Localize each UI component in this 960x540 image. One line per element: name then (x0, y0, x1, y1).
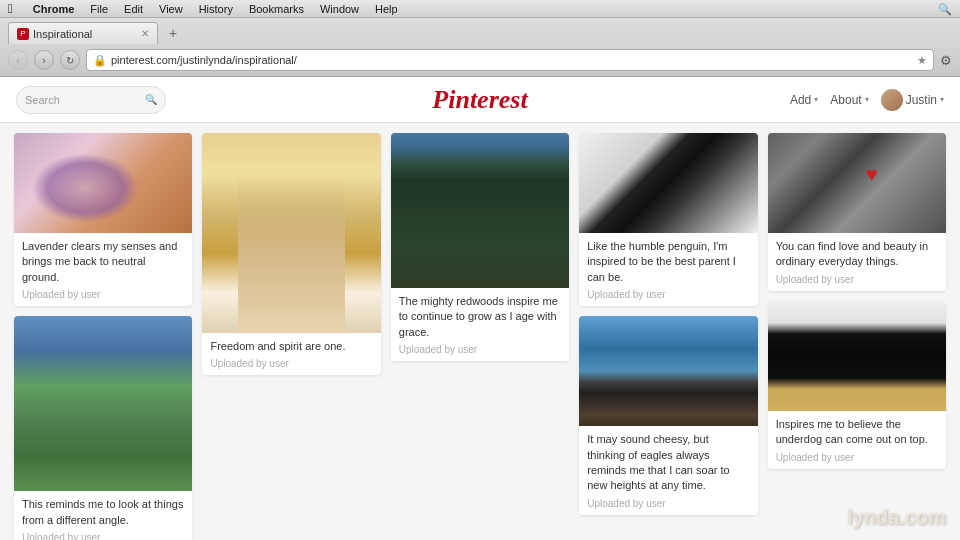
pin-content-dandelion: This reminds me to look at things from a… (14, 491, 192, 540)
menu-file[interactable]: File (90, 3, 108, 15)
mac-search-icon: 🔍 (938, 2, 952, 15)
pinterest-header: Search 🔍 Pinterest Add ▾ About ▾ Justin … (0, 77, 960, 123)
pin-image-redwoods (391, 133, 569, 288)
pin-image-dog (768, 301, 946, 411)
pin-description-eagle: It may sound cheesy, but thinking of eag… (587, 432, 749, 494)
pin-card-penguins[interactable]: Like the humble penguin, I'm inspired to… (579, 133, 757, 306)
pinterest-logo: Pinterest (432, 85, 527, 115)
pin-description-stones: You can find love and beauty in ordinary… (776, 239, 938, 270)
pin-uploader-wind-girl: Uploaded by user (210, 358, 372, 369)
pin-card-redwoods[interactable]: The mighty redwoods inspire me to contin… (391, 133, 569, 361)
header-right: Add ▾ About ▾ Justin ▾ (790, 89, 944, 111)
pin-image-lavender (14, 133, 192, 233)
menu-chrome[interactable]: Chrome (33, 3, 75, 15)
pin-image-dandelion (14, 316, 192, 491)
pin-uploader-redwoods: Uploaded by user (399, 344, 561, 355)
browser-tools-icon[interactable]: ⚙ (940, 53, 952, 68)
pin-uploader-lavender: Uploaded by user (22, 289, 184, 300)
add-button[interactable]: Add ▾ (790, 93, 818, 107)
address-bar-icon: 🔒 (93, 54, 107, 67)
user-menu-button[interactable]: Justin ▾ (881, 89, 944, 111)
user-name-label: Justin (906, 93, 937, 107)
address-bar[interactable]: 🔒 pinterest.com/justinlynda/inspirationa… (86, 49, 934, 71)
menu-history[interactable]: History (199, 3, 233, 15)
search-submit-icon[interactable]: 🔍 (145, 94, 157, 105)
pin-column-2: The mighty redwoods inspire me to contin… (391, 133, 569, 540)
pin-uploader-dandelion: Uploaded by user (22, 532, 184, 540)
pin-column-1: Freedom and spirit are one. Uploaded by … (202, 133, 380, 540)
add-chevron-icon: ▾ (814, 95, 818, 104)
pin-card-lavender[interactable]: Lavender clears my senses and brings me … (14, 133, 192, 306)
bookmark-star-icon[interactable]: ★ (917, 54, 927, 67)
pin-content-dog: Inspires me to believe the underdog can … (768, 411, 946, 469)
pin-uploader-stones: Uploaded by user (776, 274, 938, 285)
pin-content-redwoods: The mighty redwoods inspire me to contin… (391, 288, 569, 361)
pin-description-dog: Inspires me to believe the underdog can … (776, 417, 938, 448)
user-avatar (881, 89, 903, 111)
address-bar-row: ‹ › ↻ 🔒 pinterest.com/justinlynda/inspir… (0, 44, 960, 76)
pin-image-wind-girl (202, 133, 380, 333)
user-chevron-icon: ▾ (940, 95, 944, 104)
pin-description-penguins: Like the humble penguin, I'm inspired to… (587, 239, 749, 285)
tab-title: Inspirational (33, 28, 137, 40)
about-label: About (830, 93, 861, 107)
menu-view[interactable]: View (159, 3, 183, 15)
pin-card-dandelion[interactable]: This reminds me to look at things from a… (14, 316, 192, 540)
pin-card-eagle[interactable]: It may sound cheesy, but thinking of eag… (579, 316, 757, 515)
browser-chrome: P Inspirational ✕ + ‹ › ↻ 🔒 pinterest.co… (0, 18, 960, 77)
pin-uploader-dog: Uploaded by user (776, 452, 938, 463)
active-tab[interactable]: P Inspirational ✕ (8, 22, 158, 44)
tab-close-button[interactable]: ✕ (141, 28, 149, 39)
pin-uploader-penguins: Uploaded by user (587, 289, 749, 300)
pin-column-0: Lavender clears my senses and brings me … (14, 133, 192, 540)
pin-content-wind-girl: Freedom and spirit are one. Uploaded by … (202, 333, 380, 375)
pin-content-eagle: It may sound cheesy, but thinking of eag… (579, 426, 757, 515)
pin-description-redwoods: The mighty redwoods inspire me to contin… (399, 294, 561, 340)
add-label: Add (790, 93, 811, 107)
lynda-watermark: lynda.com (847, 506, 946, 529)
menu-window[interactable]: Window (320, 3, 359, 15)
pin-image-eagle (579, 316, 757, 426)
forward-button[interactable]: › (34, 50, 54, 70)
mac-menu-bar:  Chrome File Edit View History Bookmark… (0, 0, 960, 18)
lynda-logo-text: lynda.com (847, 506, 946, 528)
pinterest-page: Search 🔍 Pinterest Add ▾ About ▾ Justin … (0, 77, 960, 540)
pin-card-dog[interactable]: Inspires me to believe the underdog can … (768, 301, 946, 469)
search-placeholder: Search (25, 94, 141, 106)
pin-description-wind-girl: Freedom and spirit are one. (210, 339, 372, 354)
tab-favicon: P (17, 28, 29, 40)
pin-image-penguins (579, 133, 757, 233)
pin-image-stones (768, 133, 946, 233)
pin-content-stones: You can find love and beauty in ordinary… (768, 233, 946, 291)
reload-button[interactable]: ↻ (60, 50, 80, 70)
search-box[interactable]: Search 🔍 (16, 86, 166, 114)
about-button[interactable]: About ▾ (830, 93, 868, 107)
pin-column-4: You can find love and beauty in ordinary… (768, 133, 946, 540)
pin-content-penguins: Like the humble penguin, I'm inspired to… (579, 233, 757, 306)
address-text: pinterest.com/justinlynda/inspirational/ (111, 54, 297, 66)
pin-card-wind-girl[interactable]: Freedom and spirit are one. Uploaded by … (202, 133, 380, 375)
pin-description-dandelion: This reminds me to look at things from a… (22, 497, 184, 528)
about-chevron-icon: ▾ (865, 95, 869, 104)
apple-menu[interactable]:  (8, 1, 13, 16)
pin-card-stones[interactable]: You can find love and beauty in ordinary… (768, 133, 946, 291)
back-button[interactable]: ‹ (8, 50, 28, 70)
menu-bookmarks[interactable]: Bookmarks (249, 3, 304, 15)
pin-content-lavender: Lavender clears my senses and brings me … (14, 233, 192, 306)
pin-uploader-eagle: Uploaded by user (587, 498, 749, 509)
menu-help[interactable]: Help (375, 3, 398, 15)
new-tab-button[interactable]: + (162, 22, 184, 44)
tab-bar: P Inspirational ✕ + (0, 18, 960, 44)
pin-column-3: Like the humble penguin, I'm inspired to… (579, 133, 757, 540)
menu-edit[interactable]: Edit (124, 3, 143, 15)
pin-grid: Lavender clears my senses and brings me … (0, 123, 960, 540)
pin-description-lavender: Lavender clears my senses and brings me … (22, 239, 184, 285)
